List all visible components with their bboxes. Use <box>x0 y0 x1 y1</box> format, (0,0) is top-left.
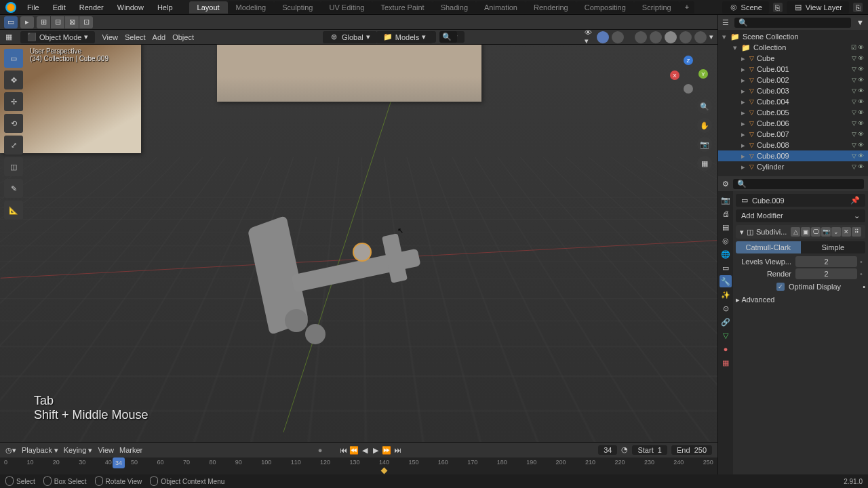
tab-scene[interactable]: ◎ <box>719 235 732 247</box>
shading-rendered-icon[interactable] <box>694 31 707 43</box>
mod-render-icon[interactable]: 📷 <box>821 227 831 237</box>
hdr-select[interactable]: Select <box>125 33 146 41</box>
tab-texture[interactable]: ▦ <box>719 357 732 369</box>
eye-icon[interactable]: 👁 <box>858 131 864 138</box>
gizmo-z[interactable]: Z <box>684 56 693 65</box>
airplane-model[interactable] <box>231 207 420 357</box>
playhead[interactable]: 34 <box>113 458 125 468</box>
anim-dot-icon[interactable]: • <box>860 258 865 266</box>
tab-uv-editing[interactable]: UV Editing <box>321 1 372 14</box>
menu-render[interactable]: Render <box>74 2 109 13</box>
filter-icon[interactable]: ▼ <box>856 18 864 26</box>
eye-icon[interactable]: 👁 <box>858 55 864 62</box>
tree-item[interactable]: ▸▽Cube.002▽👁 <box>718 75 868 85</box>
mode-b[interactable]: ⊟ <box>51 16 64 28</box>
jump-end-icon[interactable]: ⏭ <box>393 445 402 455</box>
gizmo-y[interactable]: Y <box>698 69 708 79</box>
tree-item[interactable]: ▸▽Cylinder▽👁 <box>718 161 868 172</box>
tool-measure[interactable]: 📐 <box>4 201 23 220</box>
tab-world[interactable]: 🌐 <box>719 248 732 260</box>
hdr-view[interactable]: View <box>102 33 118 41</box>
tree-item[interactable]: ▸▽Cube▽👁 <box>718 53 868 64</box>
tree-item[interactable]: ▸▽Cube.006▽👁 <box>718 118 868 129</box>
mode-c[interactable]: ⊠ <box>65 16 79 28</box>
anim-dot-icon[interactable]: • <box>863 283 865 291</box>
mode-d[interactable]: ⊡ <box>79 16 93 28</box>
shading-dropdown-icon[interactable]: ▾ <box>709 33 713 41</box>
editor-type-icon[interactable]: ▦ <box>4 33 14 42</box>
keyframe-next-icon[interactable]: ⏩ <box>382 445 391 455</box>
outliner-search[interactable]: 🔍 <box>734 18 851 28</box>
timeline-ruler[interactable]: 0102030405060708090100110120130140150160… <box>0 458 717 475</box>
play-icon[interactable]: ▶ <box>371 445 380 455</box>
new-scene-icon[interactable]: ⎘ <box>773 3 783 12</box>
tab-material[interactable]: ● <box>719 343 732 355</box>
tab-output[interactable]: 🖨 <box>719 207 732 220</box>
tl-view[interactable]: View <box>98 446 114 454</box>
shading-matpreview-icon[interactable] <box>679 31 692 43</box>
tab-object[interactable]: ▭ <box>719 262 732 274</box>
tool-cursor[interactable]: ✥ <box>4 70 23 89</box>
menu-file[interactable]: File <box>22 2 45 13</box>
tree-item[interactable]: ▸▽Cube.003▽👁 <box>718 85 868 96</box>
tab-particles[interactable]: ✨ <box>719 289 732 301</box>
tree-item-selected[interactable]: ▸▽Cube.009▽👁 <box>718 150 868 161</box>
menu-window[interactable]: Window <box>112 2 149 13</box>
tree-item[interactable]: ▸▽Cube.007▽👁 <box>718 129 868 140</box>
tab-rendering[interactable]: Rendering <box>526 1 576 14</box>
menu-help[interactable]: Help <box>152 2 178 13</box>
tl-marker[interactable]: Marker <box>119 446 142 454</box>
tool-annotate[interactable]: ✎ <box>4 179 23 198</box>
tree-collection[interactable]: ▾📁Collection☑👁 <box>718 42 868 53</box>
tab-shading[interactable]: Shading <box>433 1 476 14</box>
visibility-icon[interactable]: 👁▾ <box>585 33 594 42</box>
editor-type-icon[interactable]: ⚙ <box>722 180 729 188</box>
tab-constraints[interactable]: 🔗 <box>719 316 732 328</box>
eye-icon[interactable]: 👁 <box>858 120 864 127</box>
overlay-toggle-icon[interactable] <box>612 31 624 43</box>
tool-move[interactable]: ✢ <box>4 92 23 111</box>
tab-render[interactable]: 📷 <box>719 194 732 206</box>
shading-wire-icon[interactable] <box>650 31 662 43</box>
eye-icon[interactable]: 👁 <box>858 44 864 51</box>
select-tool-icon[interactable]: ▭ <box>4 16 18 28</box>
editor-type-icon[interactable]: ☰ <box>722 18 729 27</box>
tab-compositing[interactable]: Compositing <box>576 1 634 14</box>
current-frame-input[interactable]: 34 <box>598 445 617 455</box>
tree-item[interactable]: ▸▽Cube.005▽👁 <box>718 107 868 118</box>
eye-icon[interactable]: 👁 <box>858 87 864 94</box>
jump-start-icon[interactable]: ⏮ <box>338 445 348 455</box>
orientation-dropdown[interactable]: ⊕Global ▾ <box>323 31 377 43</box>
gizmo-neg[interactable] <box>684 84 693 94</box>
keyframe-prev-icon[interactable]: ⏪ <box>349 445 359 455</box>
tab-viewlayer[interactable]: ▤ <box>719 221 732 233</box>
3d-viewport[interactable]: User Perspective (34) Collection | Cube.… <box>0 45 717 442</box>
eye-icon[interactable]: 👁 <box>858 98 864 105</box>
mode-a[interactable]: ⊞ <box>37 16 50 28</box>
viewport-levels-input[interactable]: 2 <box>795 256 857 267</box>
keyframe-icon[interactable] <box>381 468 388 474</box>
xray-icon[interactable] <box>635 31 647 43</box>
mod-realtime-icon[interactable]: 🖵 <box>811 227 821 237</box>
collection-dropdown[interactable]: 📁Models ▾ <box>376 31 433 43</box>
gizmo-toggle-icon[interactable] <box>597 31 609 43</box>
catmull-clark-button[interactable]: Catmull-Clark <box>736 241 801 253</box>
object-crumb[interactable]: ▭Cube.009📌 <box>736 194 865 207</box>
mod-delete-icon[interactable]: ✕ <box>842 227 851 237</box>
eye-icon[interactable]: 👁 <box>858 66 864 73</box>
simple-button[interactable]: Simple <box>801 241 866 253</box>
render-levels-input[interactable]: 2 <box>795 268 857 279</box>
tool-transform[interactable]: ◫ <box>4 157 23 176</box>
eye-icon[interactable]: 👁 <box>858 152 864 159</box>
tool-scale[interactable]: ⤢ <box>4 136 23 155</box>
tab-data[interactable]: ▽ <box>719 329 732 342</box>
add-workspace-button[interactable]: + <box>679 1 694 14</box>
tab-animation[interactable]: Animation <box>476 1 526 14</box>
anim-dot-icon[interactable]: • <box>860 270 865 278</box>
pan-icon[interactable]: ✋ <box>697 118 712 133</box>
tree-item[interactable]: ▸▽Cube.001▽👁 <box>718 64 868 75</box>
mode-dropdown[interactable]: ⬛Object Mode ▾ <box>20 31 95 43</box>
modifier-header[interactable]: ▾ ◫ Subdivi... △ ▣ 🖵 📷 ⌄ ✕ ⠿ <box>736 225 865 239</box>
eye-icon[interactable]: 👁 <box>858 163 864 170</box>
shading-solid-icon[interactable] <box>665 31 677 43</box>
